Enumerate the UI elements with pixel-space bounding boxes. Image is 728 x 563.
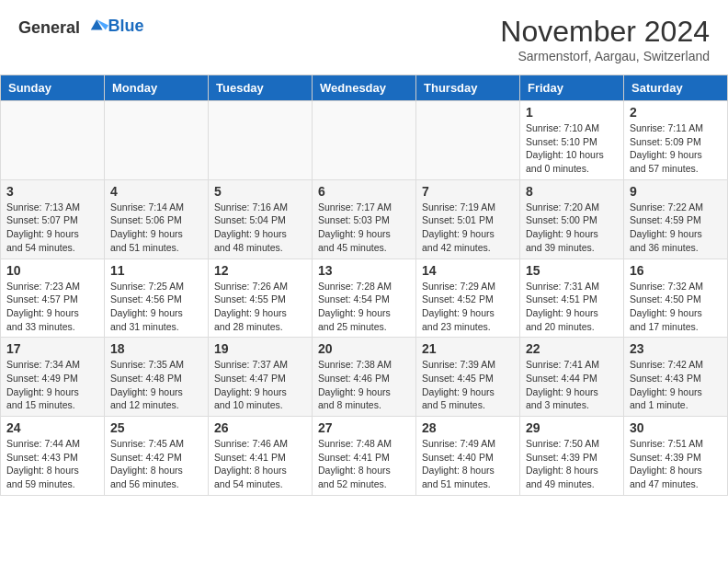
calendar-cell: 5Sunrise: 7:16 AM Sunset: 5:04 PM Daylig…: [209, 179, 313, 259]
day-info: Sunrise: 7:34 AM Sunset: 4:49 PM Dayligh…: [6, 359, 80, 410]
day-number: 13: [318, 263, 410, 278]
day-number: 12: [214, 263, 306, 278]
calendar-cell: 3Sunrise: 7:13 AM Sunset: 5:07 PM Daylig…: [1, 179, 105, 259]
day-number: 6: [318, 184, 410, 199]
day-info: Sunrise: 7:39 AM Sunset: 4:45 PM Dayligh…: [422, 359, 495, 410]
day-number: 11: [110, 263, 202, 278]
calendar-cell: 20Sunrise: 7:38 AM Sunset: 4:46 PM Dayli…: [313, 338, 416, 417]
calendar-week-1: 1Sunrise: 7:10 AM Sunset: 5:10 PM Daylig…: [1, 101, 728, 180]
day-number: 14: [422, 263, 514, 278]
calendar-cell: 23Sunrise: 7:42 AM Sunset: 4:43 PM Dayli…: [624, 338, 728, 417]
day-info: Sunrise: 7:42 AM Sunset: 4:43 PM Dayligh…: [630, 359, 703, 410]
day-info: Sunrise: 7:44 AM Sunset: 4:43 PM Dayligh…: [6, 438, 80, 489]
weekday-header-sunday: Sunday: [1, 75, 105, 101]
day-number: 30: [630, 420, 722, 435]
day-number: 10: [6, 263, 98, 278]
day-number: 4: [110, 184, 202, 199]
calendar-week-5: 24Sunrise: 7:44 AM Sunset: 4:43 PM Dayli…: [1, 417, 728, 496]
calendar-cell: 18Sunrise: 7:35 AM Sunset: 4:48 PM Dayli…: [105, 338, 209, 417]
calendar-cell: 2Sunrise: 7:11 AM Sunset: 5:09 PM Daylig…: [624, 101, 728, 180]
day-number: 25: [110, 420, 202, 435]
day-number: 24: [6, 420, 98, 435]
day-number: 23: [630, 341, 722, 356]
logo: General Blue: [18, 15, 144, 38]
calendar-cell: 6Sunrise: 7:17 AM Sunset: 5:03 PM Daylig…: [313, 179, 416, 259]
calendar-cell: 15Sunrise: 7:31 AM Sunset: 4:51 PM Dayli…: [520, 259, 624, 338]
day-number: 21: [422, 341, 514, 356]
day-number: 19: [214, 341, 306, 356]
calendar-cell: 9Sunrise: 7:22 AM Sunset: 4:59 PM Daylig…: [624, 179, 728, 259]
calendar-cell: 21Sunrise: 7:39 AM Sunset: 4:45 PM Dayli…: [416, 338, 520, 417]
weekday-header-thursday: Thursday: [416, 75, 520, 101]
weekday-header-tuesday: Tuesday: [209, 75, 313, 101]
calendar-cell: [416, 101, 520, 180]
day-number: 2: [630, 105, 722, 120]
day-info: Sunrise: 7:20 AM Sunset: 5:00 PM Dayligh…: [526, 201, 599, 253]
day-info: Sunrise: 7:17 AM Sunset: 5:03 PM Dayligh…: [318, 201, 392, 253]
day-info: Sunrise: 7:29 AM Sunset: 4:52 PM Dayligh…: [422, 281, 495, 332]
day-number: 15: [526, 263, 618, 278]
weekday-header-wednesday: Wednesday: [313, 75, 416, 101]
day-info: Sunrise: 7:25 AM Sunset: 4:56 PM Dayligh…: [110, 281, 184, 332]
day-number: 27: [318, 420, 410, 435]
day-info: Sunrise: 7:10 AM Sunset: 5:10 PM Dayligh…: [526, 122, 604, 174]
day-info: Sunrise: 7:32 AM Sunset: 4:50 PM Dayligh…: [630, 281, 703, 332]
weekday-header-saturday: Saturday: [624, 75, 728, 101]
calendar-week-2: 3Sunrise: 7:13 AM Sunset: 5:07 PM Daylig…: [1, 179, 728, 259]
calendar-cell: 1Sunrise: 7:10 AM Sunset: 5:10 PM Daylig…: [520, 101, 624, 180]
page-header: General Blue November 2024 Sarmenstorf, …: [0, 0, 728, 67]
day-info: Sunrise: 7:46 AM Sunset: 4:41 PM Dayligh…: [214, 438, 288, 489]
calendar-week-4: 17Sunrise: 7:34 AM Sunset: 4:49 PM Dayli…: [1, 338, 728, 417]
day-number: 16: [630, 263, 722, 278]
calendar-cell: 4Sunrise: 7:14 AM Sunset: 5:06 PM Daylig…: [105, 179, 209, 259]
svg-marker-0: [90, 19, 102, 29]
calendar-cell: [1, 101, 105, 180]
calendar-cell: 7Sunrise: 7:19 AM Sunset: 5:01 PM Daylig…: [416, 179, 520, 259]
calendar-cell: 14Sunrise: 7:29 AM Sunset: 4:52 PM Dayli…: [416, 259, 520, 338]
calendar-cell: 11Sunrise: 7:25 AM Sunset: 4:56 PM Dayli…: [105, 259, 209, 338]
calendar-cell: 16Sunrise: 7:32 AM Sunset: 4:50 PM Dayli…: [624, 259, 728, 338]
day-info: Sunrise: 7:50 AM Sunset: 4:39 PM Dayligh…: [526, 438, 599, 489]
day-info: Sunrise: 7:23 AM Sunset: 4:57 PM Dayligh…: [6, 281, 80, 332]
calendar-cell: 22Sunrise: 7:41 AM Sunset: 4:44 PM Dayli…: [520, 338, 624, 417]
day-info: Sunrise: 7:19 AM Sunset: 5:01 PM Dayligh…: [422, 201, 495, 253]
day-number: 26: [214, 420, 306, 435]
weekday-header-friday: Friday: [520, 75, 624, 101]
day-info: Sunrise: 7:26 AM Sunset: 4:55 PM Dayligh…: [214, 281, 288, 332]
day-number: 20: [318, 341, 410, 356]
calendar-cell: 26Sunrise: 7:46 AM Sunset: 4:41 PM Dayli…: [209, 417, 313, 496]
weekday-header-monday: Monday: [105, 75, 209, 101]
calendar-cell: [313, 101, 416, 180]
day-info: Sunrise: 7:16 AM Sunset: 5:04 PM Dayligh…: [214, 201, 288, 253]
day-info: Sunrise: 7:41 AM Sunset: 4:44 PM Dayligh…: [526, 359, 599, 410]
day-info: Sunrise: 7:31 AM Sunset: 4:51 PM Dayligh…: [526, 281, 599, 332]
calendar-header-row: SundayMondayTuesdayWednesdayThursdayFrid…: [1, 75, 728, 101]
calendar-cell: 17Sunrise: 7:34 AM Sunset: 4:49 PM Dayli…: [1, 338, 105, 417]
logo-blue-text: Blue: [108, 17, 144, 36]
calendar-cell: 13Sunrise: 7:28 AM Sunset: 4:54 PM Dayli…: [313, 259, 416, 338]
day-number: 8: [526, 184, 618, 199]
logo-text: General: [18, 15, 108, 38]
day-number: 9: [630, 184, 722, 199]
day-number: 28: [422, 420, 514, 435]
month-title: November 2024: [500, 15, 710, 49]
day-info: Sunrise: 7:13 AM Sunset: 5:07 PM Dayligh…: [6, 201, 80, 253]
calendar-cell: 25Sunrise: 7:45 AM Sunset: 4:42 PM Dayli…: [105, 417, 209, 496]
day-number: 1: [526, 105, 618, 120]
location-text: Sarmenstorf, Aargau, Switzerland: [500, 49, 710, 63]
calendar-week-3: 10Sunrise: 7:23 AM Sunset: 4:57 PM Dayli…: [1, 259, 728, 338]
day-number: 3: [6, 184, 98, 199]
day-info: Sunrise: 7:45 AM Sunset: 4:42 PM Dayligh…: [110, 438, 184, 489]
day-info: Sunrise: 7:11 AM Sunset: 5:09 PM Dayligh…: [630, 122, 703, 174]
day-number: 22: [526, 341, 618, 356]
day-info: Sunrise: 7:35 AM Sunset: 4:48 PM Dayligh…: [110, 359, 184, 410]
title-section: November 2024 Sarmenstorf, Aargau, Switz…: [500, 15, 710, 63]
day-number: 7: [422, 184, 514, 199]
calendar-cell: 8Sunrise: 7:20 AM Sunset: 5:00 PM Daylig…: [520, 179, 624, 259]
day-number: 5: [214, 184, 306, 199]
calendar-cell: 28Sunrise: 7:49 AM Sunset: 4:40 PM Dayli…: [416, 417, 520, 496]
day-info: Sunrise: 7:38 AM Sunset: 4:46 PM Dayligh…: [318, 359, 392, 410]
calendar-cell: [105, 101, 209, 180]
calendar-cell: 12Sunrise: 7:26 AM Sunset: 4:55 PM Dayli…: [209, 259, 313, 338]
calendar-cell: 29Sunrise: 7:50 AM Sunset: 4:39 PM Dayli…: [520, 417, 624, 496]
